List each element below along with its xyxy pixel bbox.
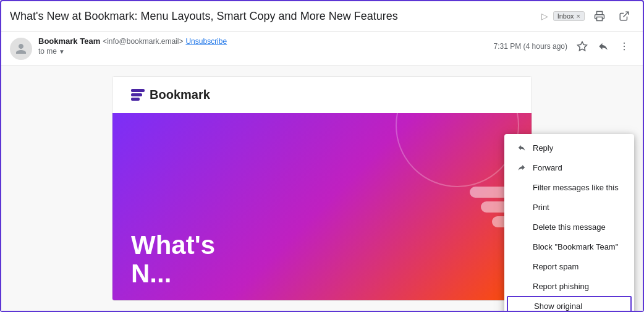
to-dropdown-icon[interactable]: ▼: [59, 48, 65, 55]
menu-item-block[interactable]: Block "Bookmark Team": [504, 237, 634, 256]
inbox-badge: Inbox ×: [553, 11, 585, 21]
avatar: [10, 38, 32, 60]
bookmark-logo-text: Bookmark: [150, 88, 210, 102]
email-body: Bookmark What's N...: [1, 66, 643, 311]
sender-name-row: Bookmark Team <info@bookmark.email> Unsu…: [38, 36, 488, 46]
phishing-spacer: [517, 281, 527, 291]
sender-name: Bookmark Team: [38, 36, 100, 46]
banner-curve-decoration: [396, 113, 519, 187]
svg-marker-2: [578, 42, 587, 51]
bookmark-logo: Bookmark: [131, 88, 210, 102]
email-container: What's New at Bookmark: Menu Layouts, Sm…: [0, 0, 644, 312]
subject-bar: What's New at Bookmark: Menu Layouts, Sm…: [1, 1, 643, 32]
menu-item-print[interactable]: Print: [504, 197, 634, 217]
menu-label-filter: Filter messages like this: [533, 183, 619, 192]
subject-title: What's New at Bookmark: Menu Layouts, Sm…: [10, 10, 536, 23]
email-top-white: Bookmark: [112, 77, 532, 113]
dropdown-menu: Reply Forward Filter messages like this …: [504, 134, 634, 311]
bookmark-icon: [131, 89, 145, 101]
menu-label-block: Block "Bookmark Team": [533, 242, 618, 251]
email-time-row: 7:31 PM (4 hours ago): [494, 36, 634, 56]
reply-button[interactable]: [593, 36, 613, 56]
menu-item-show-original[interactable]: Show original: [507, 296, 632, 311]
menu-item-reply[interactable]: Reply: [504, 138, 634, 158]
show-original-spacer: [518, 301, 528, 311]
email-content-card: Bookmark What's N...: [112, 76, 532, 301]
menu-label-print: Print: [533, 203, 549, 212]
inbox-close-icon[interactable]: ×: [577, 12, 580, 20]
email-banner: What's N...: [112, 113, 532, 300]
star-button[interactable]: [572, 36, 592, 56]
banner-text: What's N...: [131, 231, 215, 288]
svg-rect-0: [597, 17, 603, 21]
svg-point-3: [624, 43, 625, 44]
filter-spacer: [517, 182, 527, 192]
menu-label-forward: Forward: [533, 163, 562, 172]
menu-label-phishing: Report phishing: [533, 282, 589, 291]
print-button[interactable]: [590, 6, 609, 26]
forward-icon: [517, 162, 527, 172]
svg-point-4: [624, 46, 625, 47]
subject-arrow-icon: ▷: [541, 11, 548, 21]
unsubscribe-link[interactable]: Unsubscribe: [185, 37, 227, 46]
menu-item-delete[interactable]: Delete this message: [504, 217, 634, 237]
svg-line-1: [624, 12, 629, 17]
menu-label-reply: Reply: [533, 143, 553, 153]
sender-row: Bookmark Team <info@bookmark.email> Unsu…: [1, 32, 643, 66]
block-spacer: [517, 242, 527, 251]
delete-spacer: [517, 222, 527, 232]
sender-to-text: to me: [38, 47, 57, 56]
menu-item-spam[interactable]: Report spam: [504, 256, 634, 276]
open-in-new-button[interactable]: [614, 6, 634, 26]
sender-info: Bookmark Team <info@bookmark.email> Unsu…: [38, 36, 488, 56]
sender-to: to me ▼: [38, 47, 488, 56]
menu-item-forward[interactable]: Forward: [504, 158, 634, 177]
spam-spacer: [517, 261, 527, 271]
menu-item-filter[interactable]: Filter messages like this: [504, 177, 634, 197]
menu-item-phishing[interactable]: Report phishing: [504, 276, 634, 296]
sender-email: <info@bookmark.email>: [103, 37, 183, 46]
banner-line2: N...: [131, 259, 215, 288]
print-menu-spacer: [517, 202, 527, 212]
action-icons: [572, 36, 634, 56]
menu-label-delete: Delete this message: [533, 222, 606, 232]
email-time: 7:31 PM (4 hours ago): [494, 42, 567, 51]
reply-icon: [517, 143, 527, 153]
inbox-label: Inbox: [557, 12, 574, 20]
svg-point-5: [624, 49, 625, 50]
menu-label-show-original: Show original: [534, 301, 582, 311]
inbox-tag: Inbox ×: [553, 11, 585, 21]
more-options-button[interactable]: [614, 36, 634, 56]
banner-line1: What's: [131, 231, 215, 259]
subject-actions: [590, 6, 634, 26]
menu-label-spam: Report spam: [533, 262, 578, 271]
